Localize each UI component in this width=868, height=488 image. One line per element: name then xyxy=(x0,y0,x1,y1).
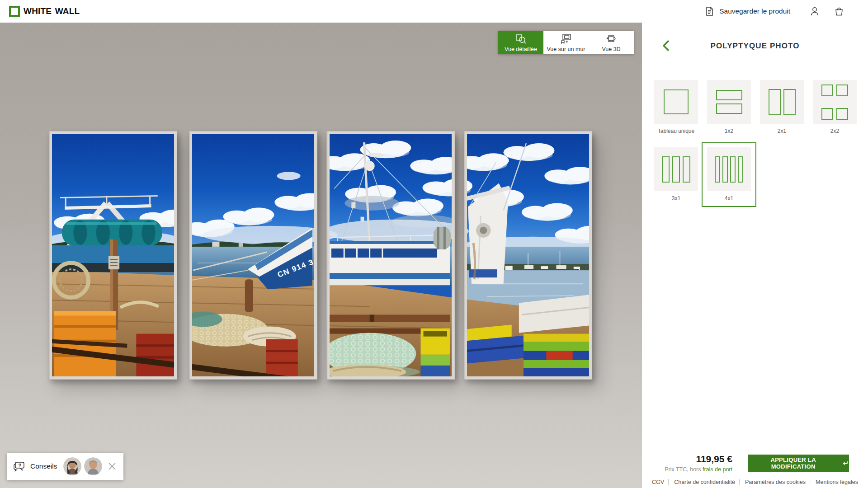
layout-icon-single xyxy=(654,80,698,124)
save-product-button[interactable]: Sauvegarder le produit xyxy=(704,6,790,17)
conseils-label: Conseils xyxy=(30,462,57,470)
conseils-assistant-card[interactable]: ? Conseils xyxy=(7,453,123,480)
footer-link-mentions[interactable]: Mentions légales xyxy=(810,479,858,485)
legal-footer: CGVCharte de confidentialitéParamètres d… xyxy=(642,479,868,485)
layout-option-2x1[interactable]: 2x1 xyxy=(755,76,808,139)
document-icon xyxy=(704,6,715,17)
close-icon[interactable] xyxy=(107,461,117,471)
enter-key-icon: ↵ xyxy=(843,459,849,468)
product-preview-wall: Vue détaillée Vue sur un mur Vue 3D xyxy=(0,23,642,488)
footer-link-cookies[interactable]: Paramètres des cookies xyxy=(739,479,806,485)
print-panel-1 xyxy=(49,131,177,380)
print-panel-4 xyxy=(464,131,592,380)
print-panel-2 xyxy=(189,131,317,380)
brand-name: WHITE WALL xyxy=(24,6,80,16)
svg-text:?: ? xyxy=(19,463,22,468)
advisor-avatar-male xyxy=(84,457,102,475)
help-chat-icon: ? xyxy=(13,460,26,472)
tab-vue-detaillee[interactable]: Vue détaillée xyxy=(498,31,543,54)
layout-option-3x1[interactable]: 3x1 xyxy=(650,143,703,206)
layout-icon-3x1 xyxy=(654,147,698,191)
config-sidebar: POLYPTYQUE PHOTO Tableau unique 1x2 2x1 … xyxy=(642,23,868,488)
layout-option-4x1[interactable]: 4x1 xyxy=(703,143,755,206)
tab-label: Vue détaillée xyxy=(505,46,537,52)
footer-link-confidentialite[interactable]: Charte de confidentialité xyxy=(668,479,735,485)
save-product-label: Sauvegarder le produit xyxy=(719,7,790,15)
view-switcher: Vue détaillée Vue sur un mur Vue 3D xyxy=(498,31,634,54)
rotate-3d-icon xyxy=(605,33,617,45)
layout-options: Tableau unique 1x2 2x1 2x2 3x1 4x1 xyxy=(650,76,861,206)
whitewall-logo[interactable]: WHITE WALL xyxy=(0,6,80,17)
advisor-avatar-female xyxy=(63,457,81,475)
wall-view-icon xyxy=(560,33,572,45)
apply-modification-button[interactable]: APPLIQUER LA MODIFICATION ↵ xyxy=(748,455,849,472)
layout-icon-2x1 xyxy=(760,80,804,124)
layout-option-2x2[interactable]: 2x2 xyxy=(808,76,861,139)
page-title: POLYPTYQUE PHOTO xyxy=(642,42,868,51)
top-bar: WHITE WALL Sauvegarder le produit xyxy=(0,0,868,23)
layout-icon-1x2 xyxy=(707,80,751,124)
tab-label: Vue sur un mur xyxy=(547,46,585,52)
tab-label: Vue 3D xyxy=(602,46,620,52)
detail-view-icon xyxy=(515,33,527,45)
logo-square-icon xyxy=(9,6,20,17)
price: 119,95 € xyxy=(642,454,732,465)
tab-vue-3d[interactable]: Vue 3D xyxy=(589,31,634,54)
account-icon[interactable] xyxy=(809,6,820,17)
layout-icon-4x1 xyxy=(707,147,751,191)
price-note: Prix TTC, hors frais de port xyxy=(642,466,732,473)
shipping-costs-link[interactable]: frais de port xyxy=(703,466,732,473)
layout-icon-2x2 xyxy=(813,80,857,124)
cart-icon[interactable] xyxy=(834,6,844,17)
tab-vue-sur-un-mur[interactable]: Vue sur un mur xyxy=(543,31,589,54)
layout-option-1x2[interactable]: 1x2 xyxy=(703,76,755,139)
layout-option-tableau-unique[interactable]: Tableau unique xyxy=(650,76,703,139)
print-panel-3 xyxy=(326,131,455,380)
footer-link-cgv[interactable]: CGV xyxy=(652,479,664,485)
